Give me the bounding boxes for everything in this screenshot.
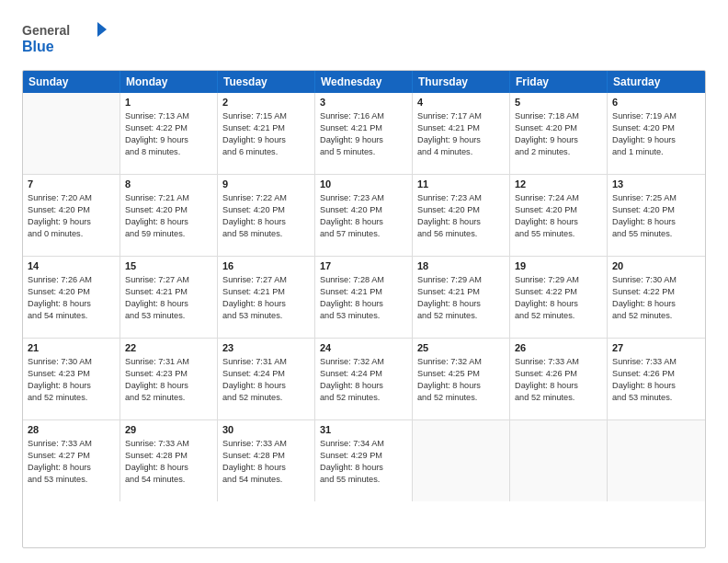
cell-line: Sunrise: 7:22 AM	[222, 192, 310, 204]
day-cell-11: 11Sunrise: 7:23 AMSunset: 4:20 PMDayligh…	[413, 175, 510, 256]
day-cell-26: 26Sunrise: 7:33 AMSunset: 4:26 PMDayligh…	[510, 339, 608, 419]
header-day-monday: Monday	[120, 71, 218, 93]
cell-line: Sunset: 4:27 PM	[28, 450, 115, 462]
cell-line: Sunset: 4:28 PM	[222, 450, 310, 462]
day-number: 8	[125, 178, 212, 190]
day-number: 26	[515, 342, 602, 353]
day-number: 31	[320, 424, 407, 435]
cell-line: Daylight: 8 hours	[125, 380, 212, 392]
cell-line: and 52 minutes.	[515, 310, 602, 322]
cell-line: and 56 minutes.	[417, 228, 505, 240]
header-day-wednesday: Wednesday	[315, 71, 413, 93]
cell-line: Sunrise: 7:30 AM	[612, 274, 700, 286]
day-number: 27	[612, 342, 700, 353]
cell-line: Sunrise: 7:25 AM	[612, 192, 700, 204]
day-cell-1: 1Sunrise: 7:13 AMSunset: 4:22 PMDaylight…	[120, 93, 218, 174]
cell-line: and 52 minutes.	[612, 310, 700, 322]
cell-line: Sunrise: 7:15 AM	[222, 110, 310, 122]
day-cell-10: 10Sunrise: 7:23 AMSunset: 4:20 PMDayligh…	[315, 175, 413, 256]
cell-line: Sunset: 4:21 PM	[222, 286, 310, 298]
day-number: 22	[125, 342, 212, 353]
day-number: 4	[417, 97, 505, 108]
day-number: 2	[222, 97, 310, 108]
day-cell-20: 20Sunrise: 7:30 AMSunset: 4:22 PMDayligh…	[608, 257, 705, 338]
cell-line: Daylight: 8 hours	[612, 380, 700, 392]
cell-line: Sunrise: 7:34 AM	[320, 438, 407, 450]
empty-cell	[608, 420, 705, 501]
day-cell-4: 4Sunrise: 7:17 AMSunset: 4:21 PMDaylight…	[413, 93, 510, 174]
cell-line: Sunrise: 7:16 AM	[320, 110, 407, 122]
cell-line: Sunset: 4:25 PM	[417, 368, 505, 380]
day-cell-29: 29Sunrise: 7:33 AMSunset: 4:28 PMDayligh…	[120, 420, 218, 501]
week-row-3: 14Sunrise: 7:26 AMSunset: 4:20 PMDayligh…	[23, 257, 705, 339]
cell-line: Daylight: 8 hours	[612, 298, 700, 310]
cell-line: and 2 minutes.	[515, 146, 602, 158]
cell-line: and 58 minutes.	[222, 228, 310, 240]
cell-line: Sunset: 4:21 PM	[417, 122, 505, 134]
cell-line: Daylight: 8 hours	[417, 298, 505, 310]
day-number: 29	[125, 424, 212, 435]
cell-line: and 55 minutes.	[612, 228, 700, 240]
cell-line: Sunset: 4:20 PM	[515, 204, 602, 216]
day-number: 18	[417, 260, 505, 271]
cell-line: Daylight: 8 hours	[222, 216, 310, 228]
cell-line: Sunset: 4:20 PM	[28, 286, 115, 298]
cell-line: Sunset: 4:21 PM	[320, 286, 407, 298]
calendar-body: 1Sunrise: 7:13 AMSunset: 4:22 PMDaylight…	[23, 93, 705, 501]
cell-line: Sunrise: 7:19 AM	[612, 110, 700, 122]
cell-line: and 52 minutes.	[222, 392, 310, 404]
cell-line: Sunrise: 7:32 AM	[417, 356, 505, 368]
cell-line: Sunset: 4:28 PM	[125, 450, 212, 462]
header: General Blue	[22, 18, 706, 61]
cell-line: Sunset: 4:24 PM	[222, 368, 310, 380]
cell-line: Sunset: 4:20 PM	[28, 204, 115, 216]
cell-line: and 52 minutes.	[417, 310, 505, 322]
cell-line: and 52 minutes.	[515, 392, 602, 404]
cell-line: Daylight: 8 hours	[125, 298, 212, 310]
cell-line: Daylight: 8 hours	[320, 462, 407, 474]
svg-marker-1	[97, 22, 107, 37]
cell-line: Sunrise: 7:33 AM	[515, 356, 602, 368]
cell-line: Sunrise: 7:33 AM	[612, 356, 700, 368]
cell-line: Sunrise: 7:28 AM	[320, 274, 407, 286]
cell-line: and 6 minutes.	[222, 146, 310, 158]
cell-line: Sunset: 4:22 PM	[612, 286, 700, 298]
logo-svg: General Blue	[22, 18, 123, 57]
day-cell-5: 5Sunrise: 7:18 AMSunset: 4:20 PMDaylight…	[510, 93, 608, 174]
cell-line: Sunset: 4:20 PM	[125, 204, 212, 216]
day-cell-19: 19Sunrise: 7:29 AMSunset: 4:22 PMDayligh…	[510, 257, 608, 338]
empty-cell	[23, 93, 120, 174]
day-number: 9	[222, 178, 310, 190]
cell-line: Daylight: 9 hours	[28, 216, 115, 228]
cell-line: Sunrise: 7:23 AM	[320, 192, 407, 204]
day-cell-17: 17Sunrise: 7:28 AMSunset: 4:21 PMDayligh…	[315, 257, 413, 338]
week-row-2: 7Sunrise: 7:20 AMSunset: 4:20 PMDaylight…	[23, 175, 705, 257]
week-row-1: 1Sunrise: 7:13 AMSunset: 4:22 PMDaylight…	[23, 93, 705, 175]
day-number: 14	[28, 260, 115, 271]
day-cell-28: 28Sunrise: 7:33 AMSunset: 4:27 PMDayligh…	[23, 420, 120, 501]
empty-cell	[413, 420, 510, 501]
svg-text:Blue: Blue	[22, 39, 54, 54]
day-number: 24	[320, 342, 407, 353]
day-cell-8: 8Sunrise: 7:21 AMSunset: 4:20 PMDaylight…	[120, 175, 218, 256]
cell-line: Sunset: 4:23 PM	[28, 368, 115, 380]
cell-line: Sunrise: 7:31 AM	[125, 356, 212, 368]
cell-line: Daylight: 8 hours	[320, 298, 407, 310]
day-cell-23: 23Sunrise: 7:31 AMSunset: 4:24 PMDayligh…	[218, 339, 315, 419]
day-cell-3: 3Sunrise: 7:16 AMSunset: 4:21 PMDaylight…	[315, 93, 413, 174]
day-cell-15: 15Sunrise: 7:27 AMSunset: 4:21 PMDayligh…	[120, 257, 218, 338]
cell-line: Sunset: 4:20 PM	[417, 204, 505, 216]
day-number: 30	[222, 424, 310, 435]
cell-line: and 52 minutes.	[125, 392, 212, 404]
cell-line: Daylight: 8 hours	[612, 216, 700, 228]
cell-line: and 53 minutes.	[125, 310, 212, 322]
cell-line: Sunset: 4:22 PM	[125, 122, 212, 134]
cell-line: Sunrise: 7:27 AM	[222, 274, 310, 286]
cell-line: and 54 minutes.	[28, 310, 115, 322]
day-cell-25: 25Sunrise: 7:32 AMSunset: 4:25 PMDayligh…	[413, 339, 510, 419]
cell-line: Sunrise: 7:21 AM	[125, 192, 212, 204]
header-day-saturday: Saturday	[608, 71, 705, 93]
day-number: 11	[417, 178, 505, 190]
day-number: 7	[28, 178, 115, 190]
cell-line: and 52 minutes.	[320, 392, 407, 404]
